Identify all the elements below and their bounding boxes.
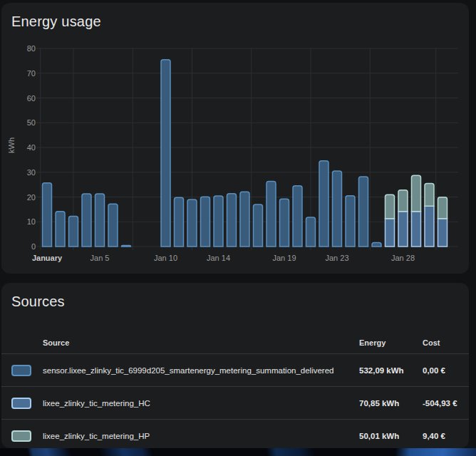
y-axis-label: kWh [7, 138, 16, 153]
chart-bar[interactable] [398, 190, 408, 247]
column-header-energy: Energy [359, 338, 423, 347]
column-header-source: Source [43, 338, 359, 347]
x-axis-tick: Jan 14 [207, 254, 230, 262]
sources-table: Source Energy Cost sensor.lixee_zlinky_t… [1, 326, 469, 448]
y-axis-tick: 80 [27, 44, 36, 53]
chart-bar[interactable] [386, 195, 395, 247]
energy-card-title: Energy usage [1, 3, 469, 30]
chart-bar[interactable] [359, 177, 368, 247]
y-axis-tick: 60 [27, 94, 36, 103]
chart-bar[interactable] [412, 175, 421, 247]
chart-bar[interactable] [306, 217, 316, 247]
chart-bar[interactable] [82, 194, 91, 247]
source-name: lixee_zlinky_tic_metering_HC [43, 399, 359, 408]
x-axis-tick: Jan 19 [272, 254, 296, 262]
chart-bar[interactable] [319, 161, 328, 247]
y-axis-tick: 20 [27, 193, 36, 202]
y-axis-tick: 0 [31, 242, 36, 251]
x-axis-tick: Jan 10 [154, 254, 177, 262]
chart-bar[interactable] [372, 242, 381, 247]
table-row[interactable]: sensor.lixee_zlinky_tic_6999d205_smarten… [1, 354, 469, 387]
column-header-cost: Cost [423, 338, 459, 347]
table-row[interactable]: lixee_zlinky_tic_metering_HP 50,01 kWh 9… [1, 420, 469, 448]
y-axis-tick: 40 [27, 143, 36, 152]
chart-bar[interactable] [425, 183, 434, 247]
chart-bar[interactable] [267, 182, 276, 247]
background-wallpaper [0, 448, 476, 456]
chart-bar[interactable] [56, 212, 65, 247]
chart-bar[interactable] [240, 192, 249, 247]
series-color-swatch [11, 430, 31, 442]
chart-bar[interactable] [95, 194, 105, 247]
chart-bar[interactable] [161, 60, 170, 247]
source-energy-value: 532,09 kWh [359, 366, 423, 375]
table-row[interactable]: lixee_zlinky_tic_metering_HC 70,85 kWh -… [1, 387, 469, 420]
source-cost-value: -504,93 € [423, 399, 459, 408]
sources-table-header: Source Energy Cost [1, 326, 469, 354]
chart-bar[interactable] [175, 197, 184, 247]
chart-bar[interactable] [187, 200, 197, 247]
source-energy-value: 70,85 kWh [359, 399, 423, 408]
y-axis-tick: 10 [27, 217, 36, 226]
energy-usage-card: Energy usage 01020304050607080kWhJanuary… [1, 3, 469, 274]
source-cost-value: 9,40 € [423, 432, 459, 440]
x-axis-tick: Jan 5 [90, 254, 110, 262]
chart-bar[interactable] [438, 197, 447, 247]
y-axis-tick: 30 [27, 168, 36, 177]
x-axis-tick: Jan 23 [325, 254, 348, 262]
x-axis-tick: Jan 28 [391, 254, 415, 262]
series-color-swatch [11, 398, 31, 409]
y-axis-tick: 70 [27, 69, 36, 78]
chart-bar[interactable] [280, 199, 289, 247]
chart-bar[interactable] [43, 183, 52, 247]
chart-bar[interactable] [254, 204, 263, 247]
energy-usage-chart[interactable]: 01020304050607080kWhJanuaryJan 5Jan 10Ja… [1, 3, 469, 274]
chart-bar[interactable] [122, 246, 131, 247]
source-name: lixee_zlinky_tic_metering_HP [43, 432, 359, 440]
source-energy-value: 50,01 kWh [359, 432, 423, 440]
sources-card: Sources Source Energy Cost sensor.lixee_… [1, 283, 469, 448]
source-name: sensor.lixee_zlinky_tic_6999d205_smarten… [43, 366, 359, 375]
source-cost-value: 0,00 € [423, 366, 459, 375]
sources-card-title: Sources [1, 283, 469, 310]
chart-bar[interactable] [69, 217, 78, 247]
chart-bar[interactable] [346, 196, 355, 247]
chart-bar[interactable] [214, 196, 223, 247]
chart-bar[interactable] [333, 171, 342, 247]
chart-bar[interactable] [108, 204, 118, 247]
y-axis-tick: 50 [27, 118, 36, 127]
chart-bar[interactable] [293, 186, 302, 247]
chart-bar[interactable] [201, 197, 210, 247]
x-axis-tick: January [32, 254, 63, 262]
series-color-swatch [11, 365, 31, 376]
chart-bar[interactable] [227, 194, 237, 247]
